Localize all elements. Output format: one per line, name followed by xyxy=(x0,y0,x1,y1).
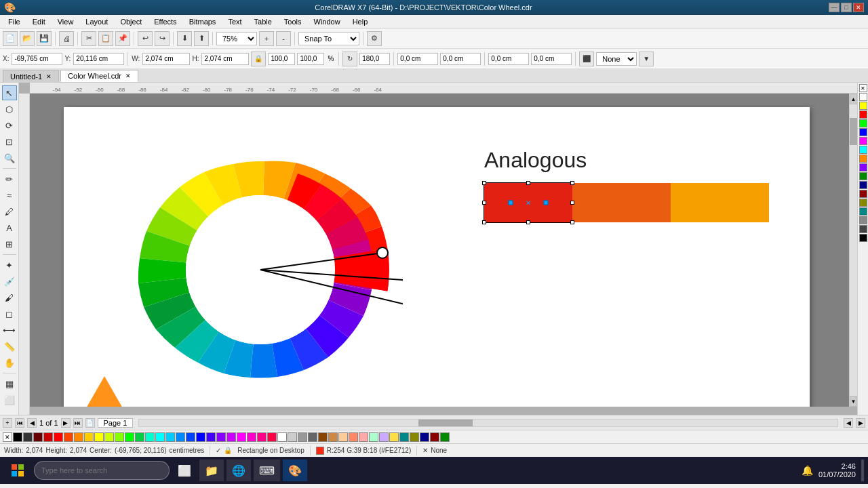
palette-color-blue[interactable] xyxy=(859,128,867,136)
explorer-button[interactable]: 📁 xyxy=(199,460,224,481)
palette-pink3[interactable] xyxy=(267,432,277,442)
handle-bl[interactable] xyxy=(482,220,486,224)
palette-blue2[interactable] xyxy=(186,432,195,442)
palette-gray[interactable] xyxy=(308,432,317,442)
notifications-icon[interactable]: 🔔 xyxy=(802,465,813,476)
zoom-in-button[interactable]: + xyxy=(259,31,274,46)
palette-violet1[interactable] xyxy=(206,432,216,442)
layer-dropdown[interactable]: None xyxy=(596,52,637,66)
scroll-down-button[interactable]: ▼ xyxy=(850,396,857,407)
more-options-button[interactable]: ▼ xyxy=(639,52,654,66)
menu-tools[interactable]: Tools xyxy=(279,16,307,27)
scroll-right-button[interactable]: ▶ xyxy=(856,418,865,428)
zoom-dropdown[interactable]: 75% 50% 100% xyxy=(216,32,257,45)
x-input[interactable]: -69,765 cm xyxy=(12,53,62,65)
palette-color-darkgray[interactable] xyxy=(859,225,867,233)
undo-button[interactable]: ↩ xyxy=(138,31,153,46)
menu-layout[interactable]: Layout xyxy=(80,16,113,27)
palette-green3[interactable] xyxy=(135,432,144,442)
palette-pink1[interactable] xyxy=(247,432,256,442)
tab-untitled-close[interactable]: ✕ xyxy=(46,73,52,80)
new-button[interactable]: 📄 xyxy=(3,31,18,46)
search-input[interactable] xyxy=(34,461,170,480)
pos3-input[interactable] xyxy=(488,53,529,65)
palette-blue1[interactable] xyxy=(176,432,185,442)
menu-table[interactable]: Table xyxy=(249,16,277,27)
swatch-orange-red[interactable] xyxy=(572,183,671,222)
page-canvas[interactable]: Analogous xyxy=(64,107,810,407)
tab-colorwheel[interactable]: Color Wheel.cdr ✕ xyxy=(60,70,138,82)
menu-window[interactable]: Window xyxy=(309,16,346,27)
palette-color-black[interactable] xyxy=(859,234,867,242)
cut-button[interactable]: ✂ xyxy=(81,31,96,46)
scroll-up-button[interactable]: ▲ xyxy=(850,94,857,104)
palette-navy[interactable] xyxy=(420,432,429,442)
text-tool[interactable]: A xyxy=(2,220,17,235)
palette-color-purple[interactable] xyxy=(859,163,867,171)
paint-tool[interactable]: 🖌 xyxy=(2,290,17,305)
palette-color-gray[interactable] xyxy=(859,216,867,224)
y-input[interactable]: 20,116 cm xyxy=(73,53,124,65)
paste-button[interactable]: 📌 xyxy=(115,31,130,46)
palette-color-darkred[interactable] xyxy=(859,190,867,198)
palette-yellowgreen[interactable] xyxy=(104,432,114,442)
palette-color-green[interactable] xyxy=(859,119,867,127)
table-tool[interactable]: ⊞ xyxy=(2,237,17,251)
node-tool[interactable]: ⬡ xyxy=(2,102,17,117)
palette-teal[interactable] xyxy=(399,432,409,442)
taskview-button[interactable]: ⬜ xyxy=(172,460,197,481)
palette-cyan1[interactable] xyxy=(145,432,155,442)
palette-orange2[interactable] xyxy=(74,432,83,442)
h-input[interactable] xyxy=(201,53,249,65)
palette-red-dark[interactable] xyxy=(33,432,43,442)
save-button[interactable]: 💾 xyxy=(37,31,52,46)
tab-colorwheel-close[interactable]: ✕ xyxy=(125,73,131,79)
palette-orange1[interactable] xyxy=(64,432,73,442)
menu-view[interactable]: View xyxy=(52,16,79,27)
redo-button[interactable]: ↪ xyxy=(155,31,170,46)
palette-black[interactable] xyxy=(13,432,22,442)
palette-lgray2[interactable] xyxy=(298,432,307,442)
palette-peach[interactable] xyxy=(359,432,368,442)
open-button[interactable]: 📂 xyxy=(20,31,35,46)
palette-color-orange[interactable] xyxy=(859,155,867,163)
palette-color-magenta[interactable] xyxy=(859,137,867,145)
handle-bc[interactable] xyxy=(526,220,530,224)
interactive-tool[interactable]: ✦ xyxy=(2,258,17,272)
fill-tool[interactable]: ▦ xyxy=(2,376,17,391)
pen-tool[interactable]: 🖊 xyxy=(2,204,17,219)
palette-forestgreen[interactable] xyxy=(440,432,450,442)
swatch-red[interactable]: ✕ xyxy=(484,183,572,222)
handle-tr[interactable] xyxy=(570,181,574,185)
palette-magenta1[interactable] xyxy=(226,432,236,442)
zoom-tool[interactable]: 🔍 xyxy=(2,150,17,165)
palette-brown1[interactable] xyxy=(318,432,328,442)
palette-color-yellow[interactable] xyxy=(859,102,867,110)
start-button[interactable] xyxy=(4,460,31,481)
shape-tool[interactable]: ◻ xyxy=(2,306,17,321)
options-button[interactable]: ⚙ xyxy=(367,31,382,46)
menu-object[interactable]: Object xyxy=(115,16,147,27)
next-page-button[interactable]: ▶ xyxy=(61,418,71,428)
palette-pink2[interactable] xyxy=(257,432,267,442)
palette-blue3[interactable] xyxy=(196,432,205,442)
palette-magenta2[interactable] xyxy=(237,432,246,442)
angle-input[interactable] xyxy=(359,53,390,65)
lock-ratio-button[interactable]: 🔒 xyxy=(251,52,266,66)
palette-color-red[interactable] xyxy=(859,110,867,119)
palette-color-olive[interactable] xyxy=(859,199,867,207)
cmd-button[interactable]: ⌨ xyxy=(254,460,280,481)
tab-untitled[interactable]: Untitled-1 ✕ xyxy=(3,70,59,82)
transform-tool[interactable]: ⟳ xyxy=(2,118,17,133)
swatch-orange[interactable] xyxy=(671,183,769,222)
palette-color-teal[interactable] xyxy=(859,207,867,216)
close-button[interactable]: ✕ xyxy=(853,3,864,12)
drawing-canvas[interactable]: Analogous xyxy=(30,94,849,407)
no-fill-swatch[interactable]: ✕ xyxy=(859,84,867,92)
palette-color-darkblue[interactable] xyxy=(859,181,867,189)
w-input[interactable] xyxy=(142,53,190,65)
palette-yellow2[interactable] xyxy=(94,432,104,442)
menu-help[interactable]: Help xyxy=(347,16,374,27)
handle-tc[interactable] xyxy=(526,181,530,185)
palette-maroon[interactable] xyxy=(430,432,439,442)
